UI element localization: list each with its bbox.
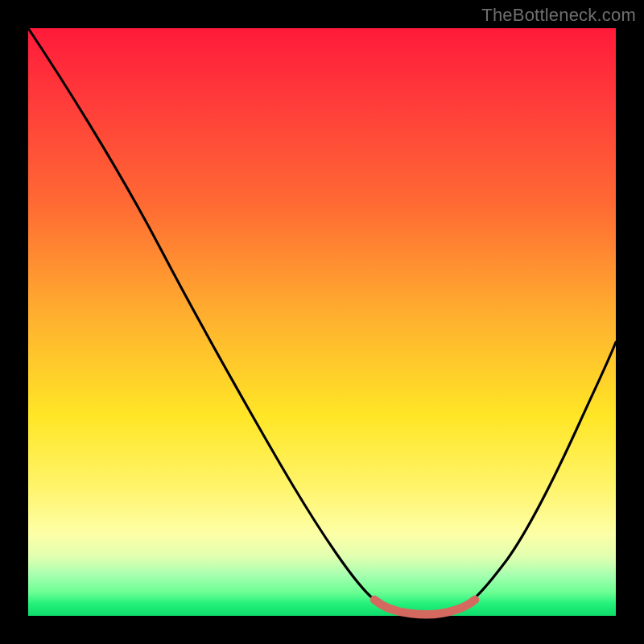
basin-segment — [374, 600, 475, 614]
chart-frame: TheBottleneck.com — [0, 0, 644, 644]
watermark-text: TheBottleneck.com — [481, 5, 636, 26]
main-curve — [28, 28, 616, 614]
plot-area — [28, 28, 616, 616]
curve-svg — [28, 28, 616, 616]
